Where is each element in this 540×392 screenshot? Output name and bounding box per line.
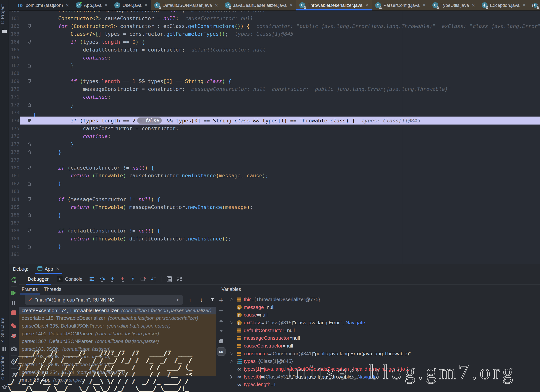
- stack-frame-row[interactable]: createException:174, ThrowableDeserializ…: [19, 307, 216, 314]
- frames-filter-button[interactable]: [209, 296, 216, 304]
- close-tab-icon[interactable]: ✕: [104, 3, 108, 8]
- step-out-button[interactable]: [129, 275, 137, 283]
- fold-marker[interactable]: [19, 142, 34, 147]
- close-tab-icon[interactable]: ✕: [144, 3, 148, 8]
- step-over-button[interactable]: [98, 275, 106, 283]
- fold-marker[interactable]: [19, 150, 34, 154]
- stack-frame-row[interactable]: parse:1401, DefaultJSONParser(com.alibab…: [19, 330, 216, 338]
- variable-row[interactable]: ∞types.length = 1: [226, 381, 540, 389]
- navigate-link[interactable]: Navigate: [357, 374, 377, 380]
- mute-breakpoints-button[interactable]: [10, 331, 18, 341]
- stack-frame-row[interactable]: parse:193, JSON(com.alibaba.fastjson): [19, 353, 216, 361]
- variable-row[interactable]: pexClass = {Class@315} "class java.lang.…: [226, 319, 540, 327]
- tab-json-java[interactable]: (C)JSON.java✕: [529, 0, 540, 10]
- stack-frame-row[interactable]: parse:1367, DefaultJSONParser(com.alibab…: [19, 337, 216, 345]
- close-tab-icon[interactable]: ✕: [215, 3, 218, 8]
- resume-button[interactable]: [10, 288, 18, 298]
- stack-frame-row[interactable]: parse:183, JSON(com.alibaba.fastjson): [19, 345, 216, 353]
- tab-app-java[interactable]: CApp.java✕: [72, 0, 111, 10]
- stop-button[interactable]: [10, 308, 18, 318]
- next-frame-button[interactable]: ↓: [198, 296, 205, 304]
- tab-frames[interactable]: Frames: [19, 286, 41, 293]
- variable-row[interactable]: ∞types[0] = {Class@316} "class java.lang…: [226, 373, 540, 381]
- variable-row[interactable]: this = {ThrowableDeserializer@775}: [226, 296, 540, 303]
- drop-frame-button[interactable]: [139, 275, 148, 283]
- variable-row[interactable]: constructor = {Constructor@841} "public …: [226, 350, 540, 357]
- tab-typeutils-java[interactable]: CTypeUtils.java✕: [429, 0, 478, 10]
- tab-pom-xml-fastjson-[interactable]: mpom.xml (fastjson)✕: [14, 0, 72, 10]
- fold-marker[interactable]: [19, 103, 34, 107]
- stack-frame-row[interactable]: parse:149, JSON(com.alibaba.fastjson): [19, 361, 216, 368]
- fold-marker[interactable]: [19, 197, 34, 202]
- expand-chevron-icon[interactable]: [228, 321, 235, 325]
- show-watches-toggle[interactable]: ∞: [217, 347, 225, 356]
- tab-exception-java[interactable]: Exception.java✕: [478, 0, 529, 10]
- fold-marker[interactable]: [19, 213, 34, 217]
- close-tab-icon[interactable]: ✕: [365, 3, 369, 8]
- pin-button[interactable]: [10, 370, 18, 380]
- fold-marker[interactable]: [19, 118, 34, 123]
- close-tab-icon[interactable]: ✕: [422, 3, 426, 8]
- stack-frame-row[interactable]: deserialze:115, ThrowableDeserializer(co…: [19, 314, 216, 322]
- variable-row[interactable]: 123types = {Class[1]@845}: [226, 357, 540, 365]
- close-session-icon[interactable]: ✕: [56, 266, 60, 272]
- force-step-into-button[interactable]: [118, 275, 127, 283]
- move-watch-down-button[interactable]: [217, 327, 225, 335]
- navigate-link[interactable]: Navigate: [346, 320, 365, 326]
- expand-chevron-icon[interactable]: [228, 297, 235, 302]
- variable-row[interactable]: causeConstructor = null: [226, 342, 540, 350]
- expand-chevron-icon[interactable]: [228, 352, 235, 356]
- tab-threads[interactable]: Threads: [41, 286, 65, 293]
- settings-button[interactable]: ⚙▾: [10, 357, 18, 367]
- fold-marker[interactable]: [19, 24, 34, 29]
- thread-selector[interactable]: ✓ "main"@1 in group "main": RUNNING ▼: [25, 295, 183, 305]
- layout-settings-button[interactable]: [175, 275, 184, 283]
- thread-dump-button[interactable]: [10, 344, 18, 354]
- evaluate-expression-button[interactable]: [165, 275, 174, 283]
- tab-defaultjsonparser-java[interactable]: CDefaultJSONParser.java✕: [151, 0, 221, 10]
- variable-row[interactable]: pmessage = null: [226, 303, 540, 311]
- stack-frame-row[interactable]: main:15, App(org.example): [19, 376, 216, 384]
- view-breakpoints-button[interactable]: [10, 321, 18, 331]
- fold-marker[interactable]: [19, 228, 34, 233]
- project-rail-label[interactable]: 1: Project: [0, 4, 9, 25]
- tab-console[interactable]: >Console: [54, 274, 86, 285]
- remove-watch-button[interactable]: −: [217, 306, 225, 315]
- tab-parserconfig-java[interactable]: CParserConfig.java✕: [372, 0, 429, 10]
- structure-rail-label[interactable]: Z: Structure: [0, 318, 9, 342]
- stack-frame-row[interactable]: parseObject:254, JSON(com.alibaba.fastjs…: [19, 368, 216, 376]
- expand-chevron-icon[interactable]: [228, 375, 235, 379]
- code-editor[interactable]: 160 Constructor<?> messageConstructor = …: [9, 11, 540, 264]
- fold-marker[interactable]: [19, 40, 34, 44]
- add-watch-button[interactable]: +: [217, 296, 225, 304]
- variable-row[interactable]: defaultConstructor = null: [226, 327, 540, 334]
- fold-marker[interactable]: [19, 63, 34, 68]
- layout-bars-button[interactable]: [87, 275, 96, 283]
- tab-throwabledeserializer-java[interactable]: CThrowableDeserializer.java✕: [296, 0, 372, 10]
- expand-chevron-icon[interactable]: [228, 359, 235, 363]
- fold-marker[interactable]: [19, 165, 34, 170]
- variable-row[interactable]: messageConstructor = null: [226, 334, 540, 342]
- previous-frame-button[interactable]: ↑: [187, 296, 194, 304]
- variable-row[interactable]: ∞types[1] = java.lang.IndexOutOfBoundsEx…: [226, 365, 540, 373]
- fold-marker[interactable]: [19, 79, 34, 84]
- tab-debugger[interactable]: Debugger: [24, 274, 52, 285]
- close-tab-icon[interactable]: ✕: [289, 3, 293, 8]
- favorites-rail-label[interactable]: 2: Favorites: [0, 356, 9, 381]
- pause-button[interactable]: [10, 298, 18, 308]
- fold-marker[interactable]: [19, 181, 34, 186]
- duplicate-watch-button[interactable]: [217, 337, 225, 345]
- rerun-button[interactable]: [10, 275, 18, 285]
- move-watch-up-button[interactable]: [217, 317, 225, 325]
- variable-row[interactable]: pcause = null: [226, 311, 540, 319]
- fold-marker[interactable]: [19, 244, 34, 249]
- run-to-cursor-button[interactable]: [149, 275, 158, 283]
- close-tab-icon[interactable]: ✕: [522, 3, 526, 8]
- tab-javabeandeserializer-java[interactable]: CJavaBeanDeserializer.java✕: [221, 0, 296, 10]
- tab-user-java[interactable]: User.java✕: [111, 0, 151, 10]
- stack-frame-row[interactable]: parseObject:395, DefaultJSONParser(com.a…: [19, 322, 216, 330]
- debug-session-tab[interactable]: App ✕: [35, 264, 62, 274]
- step-into-button[interactable]: [108, 275, 117, 283]
- close-tab-icon[interactable]: ✕: [65, 3, 69, 8]
- close-tab-icon[interactable]: ✕: [472, 3, 475, 8]
